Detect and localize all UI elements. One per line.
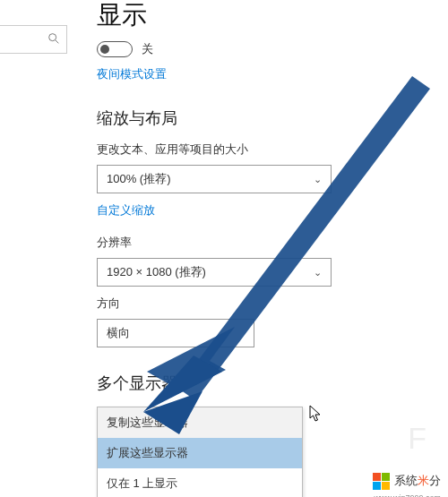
orientation-dropdown[interactable]: 横向 (97, 319, 254, 347)
orientation-value: 横向 (107, 325, 130, 341)
search-input-fragment[interactable] (0, 25, 67, 54)
page-title: 显示 (97, 0, 430, 32)
multi-display-header: 多个显示器 (97, 373, 430, 394)
night-light-toggle-label: 关 (142, 41, 153, 57)
resolution-dropdown[interactable]: 1920 × 1080 (推荐) ⌄ (97, 258, 332, 287)
watermark-text: 系统米分 (394, 473, 441, 489)
resolution-value: 1920 × 1080 (推荐) (107, 264, 206, 280)
svg-line-1 (56, 40, 58, 43)
night-light-toggle-row: 关 (97, 41, 430, 57)
chevron-down-icon: ⌄ (314, 174, 322, 185)
watermark: 系统米分 (373, 473, 442, 491)
night-light-toggle[interactable] (97, 41, 133, 57)
background-decoration: F (408, 421, 426, 456)
resolution-label: 分辨率 (97, 235, 430, 251)
custom-scaling-link[interactable]: 自定义缩放 (97, 202, 155, 219)
text-size-label: 更改文本、应用等项目的大小 (97, 141, 430, 158)
night-light-settings-link[interactable]: 夜间模式设置 (97, 66, 167, 82)
scale-layout-header: 缩放与布局 (97, 107, 430, 129)
text-size-value: 100% (推荐) (107, 171, 171, 187)
watermark-url: www.win7999.com (374, 493, 441, 497)
search-icon (47, 31, 61, 48)
multi-display-dropdown-list[interactable]: 复制这些显示器 扩展这些显示器 仅在 1 上显示 仅在 2 上显示 (97, 407, 303, 497)
multi-display-option-only1[interactable]: 仅在 1 上显示 (98, 468, 302, 497)
text-size-dropdown[interactable]: 100% (推荐) ⌄ (97, 165, 332, 193)
chevron-down-icon: ⌄ (314, 267, 322, 278)
multi-display-option-duplicate[interactable]: 复制这些显示器 (98, 407, 302, 438)
orientation-label: 方向 (97, 296, 430, 312)
multi-display-option-extend[interactable]: 扩展这些显示器 (98, 438, 302, 468)
svg-point-0 (49, 33, 56, 40)
microsoft-logo-icon (373, 473, 391, 491)
